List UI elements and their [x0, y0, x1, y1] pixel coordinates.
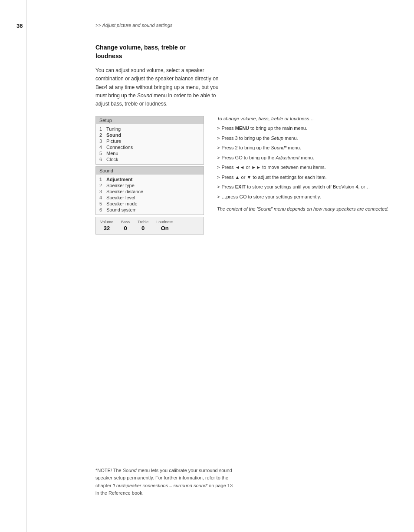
instructions-note: The content of the 'Sound' menu depends …: [217, 205, 399, 213]
treble-col: Treble 0: [138, 220, 148, 231]
footer-note: *NOTE! The Sound menu lets you calibrate…: [95, 467, 234, 497]
arrow-icon: >: [217, 164, 220, 171]
instruction-step-2: > Press 3 to bring up the Setup menu.: [217, 135, 399, 142]
volume-value: 32: [104, 225, 110, 231]
sound-menu-items: 1 Adjustment 2 Speaker type 3 Speaker di…: [96, 175, 204, 215]
left-border: [26, 0, 26, 532]
menu-item: 1 Adjustment: [99, 176, 200, 182]
main-content: Change volume, bass, treble or loudness …: [95, 43, 399, 235]
arrow-icon: >: [217, 183, 220, 191]
arrow-icon: >: [217, 125, 220, 132]
instruction-step-1: > Press MENU to bring up the main menu.: [217, 125, 399, 132]
sound-menu-header: Sound: [96, 167, 204, 175]
instruction-step-5: > Press ◄◄ or ►► to move between menu it…: [217, 164, 399, 171]
instruction-step-7: > Press EXIT to store your settings unti…: [217, 183, 399, 191]
bass-label: Bass: [121, 220, 130, 224]
section-heading: Change volume, bass, treble or loudness: [95, 43, 399, 60]
body-text: You can adjust sound volume, select a sp…: [95, 66, 226, 108]
loudness-col: Loudness On: [156, 220, 173, 231]
arrow-icon: >: [217, 154, 220, 162]
instructions-title: To change volume, bass, treble or loudne…: [217, 116, 399, 121]
volume-label: Volume: [100, 220, 113, 224]
instruction-step-3: > Press 2 to bring up the Sound* menu.: [217, 144, 399, 152]
menu-item: 3 Picture: [99, 138, 200, 144]
treble-value: 0: [141, 225, 145, 231]
setup-menu-header: Setup: [96, 116, 204, 124]
menu-item: 6 Sound system: [99, 207, 200, 213]
menu-item: 5 Speaker mode: [99, 201, 200, 207]
adjustment-panel: Volume 32 Bass 0 Treble 0 Loudness On: [95, 217, 204, 235]
menu-item: 2 Speaker type: [99, 182, 200, 188]
treble-label: Treble: [138, 220, 148, 224]
sound-menu-box: Sound 1 Adjustment 2 Speaker type 3 Spea…: [95, 166, 204, 215]
menu-diagram: Setup 1 Tuning 2 Sound 3 Picture: [95, 116, 204, 235]
menu-item: 5 Menu: [99, 150, 200, 156]
adjustment-row: Volume 32 Bass 0 Treble 0 Loudness On: [100, 220, 199, 231]
volume-col: Volume 32: [100, 220, 113, 231]
arrow-icon: >: [217, 144, 220, 152]
bass-value: 0: [124, 225, 127, 231]
arrow-icon: >: [217, 174, 220, 181]
bass-col: Bass 0: [121, 220, 130, 231]
arrow-icon: >: [217, 135, 220, 142]
instruction-step-8: > …press GO to store your settings perma…: [217, 193, 399, 201]
arrow-icon: >: [217, 193, 220, 201]
setup-menu-items: 1 Tuning 2 Sound 3 Picture 4 Connections: [96, 124, 204, 164]
loudness-label: Loudness: [156, 220, 173, 224]
breadcrumb: >> Adjust picture and sound settings: [95, 23, 173, 28]
page-number: 36: [16, 23, 23, 29]
instructions-panel: To change volume, bass, treble or loudne…: [217, 116, 399, 235]
menu-item: 4 Speaker level: [99, 195, 200, 201]
instruction-step-6: > Press ▲ or ▼ to adjust the settings fo…: [217, 174, 399, 181]
menu-item: 2 Sound: [99, 132, 200, 138]
menu-item: 3 Speaker distance: [99, 188, 200, 195]
diagram-instructions-row: Setup 1 Tuning 2 Sound 3 Picture: [95, 116, 399, 235]
loudness-value: On: [161, 225, 169, 231]
menu-item: 6 Clock: [99, 156, 200, 162]
menu-item: 4 Connections: [99, 144, 200, 150]
setup-menu-box: Setup 1 Tuning 2 Sound 3 Picture: [95, 116, 204, 165]
menu-item: 1 Tuning: [99, 126, 200, 132]
instruction-step-4: > Press GO to bring up the Adjustment me…: [217, 154, 399, 162]
